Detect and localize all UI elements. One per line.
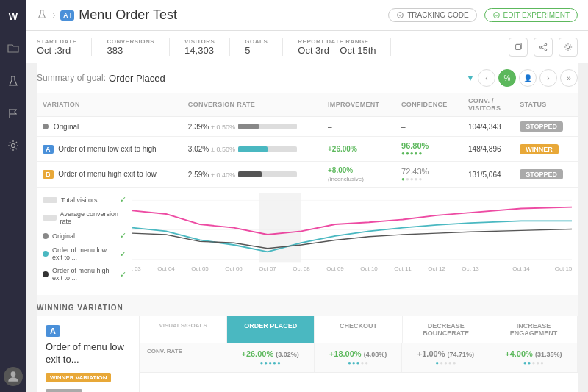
header-flask-icon: [37, 9, 47, 21]
logo-icon[interactable]: W: [3, 6, 24, 26]
svg-text:Oct 14: Oct 14: [512, 266, 530, 271]
avatar-icon[interactable]: [4, 367, 23, 386]
stats-actions: [509, 38, 578, 57]
flag-icon[interactable]: [3, 103, 24, 124]
improvement-cell: –: [322, 117, 395, 137]
svg-point-3: [493, 13, 499, 18]
visitors-goal-button[interactable]: 👤: [519, 69, 537, 87]
conv-visitors-cell: 104/4,343: [462, 117, 514, 137]
prev-goal-button[interactable]: ‹: [478, 69, 495, 87]
winning-content: A Order of menu low exit to... WINNER VA…: [37, 316, 578, 392]
table-row: B Order of menu high exit to low 2.59% ±…: [37, 162, 578, 188]
filter-icon[interactable]: ▼: [466, 73, 475, 83]
svg-point-7: [545, 49, 547, 51]
status-header: STATUS: [514, 93, 578, 117]
legend-dot-b: [43, 271, 49, 277]
goal-header-decrease-bounce[interactable]: DECREASE BOUNCERATE: [403, 316, 490, 343]
svg-rect-4: [516, 44, 521, 49]
improvement-header: IMPROVEMENT: [322, 93, 395, 117]
stopped-tag: STOPPED: [46, 389, 82, 392]
sidebar: W: [0, 0, 26, 392]
status-cell: WINNER: [514, 137, 578, 162]
conversions-stat: CONVERSIONS 383: [107, 38, 170, 56]
winning-name: Order of menu low exit to...: [46, 341, 130, 366]
goals-table: VISUALS/GOALS ORDER PLACED CHECKOUT DECR…: [140, 316, 578, 392]
header-right: TRACKING CODE EDIT EXPERIMENT: [388, 8, 578, 22]
folder-icon[interactable]: [3, 38, 24, 59]
improvement-cell: +26.00%: [322, 137, 395, 162]
legend-item-a: Order of menu low exit to ... ✓: [43, 246, 126, 261]
header-left: A I Menu Order Test: [37, 7, 177, 23]
gear-icon[interactable]: [3, 135, 24, 156]
experiment-title: Menu Order Test: [79, 7, 177, 23]
active-goal-button[interactable]: %: [498, 69, 516, 87]
legend-item-original: Original ✓: [43, 231, 126, 240]
conv-rate-cell: 2.39% ± 0.50%: [182, 117, 322, 137]
goal-header-increase-engage[interactable]: INCREASE ENGAGEMENT: [490, 316, 578, 343]
conv-rate-cell: 3.02% ± 0.50%: [182, 137, 322, 162]
next-goal-button[interactable]: ›: [539, 69, 557, 87]
report-range-stat: REPORT DATE RANGE Oct 3rd – Oct 15th: [298, 38, 391, 56]
settings-button[interactable]: [559, 38, 578, 57]
goals-header: VISUALS/GOALS ORDER PLACED CHECKOUT DECR…: [140, 316, 578, 343]
conv-rate-row-label: CONV. RATE: [140, 343, 226, 372]
svg-text:Oct 13: Oct 13: [462, 266, 479, 271]
chart-section: Total visitors ✓ Average conversion rate…: [37, 188, 578, 295]
goal-data-decrease-bounce: +1.00% (74.71%) ●●●●●: [402, 343, 490, 372]
svg-point-8: [567, 46, 569, 48]
conv-visitors-cell: 148/4,896: [462, 137, 514, 162]
copy-button[interactable]: [509, 38, 528, 57]
legend-check-total: ✓: [120, 195, 126, 204]
variation-badge-b: B: [43, 170, 54, 179]
confidence-header: CONFIDENCE: [395, 93, 462, 117]
legend-check-a: ✓: [120, 249, 126, 259]
tracking-code-button[interactable]: TRACKING CODE: [388, 8, 476, 22]
svg-text:Oct 12: Oct 12: [428, 266, 445, 271]
chart-svg: 3.0% 2.5% 2.0% Oct 03 Oct 04: [132, 193, 572, 276]
conv-visitors-header: CONV. /VISITORS: [462, 93, 514, 117]
status-cell: STOPPED: [514, 162, 578, 188]
legend-item-b: Order of menu high exit to ... ✓: [43, 267, 126, 282]
svg-text:Oct 11: Oct 11: [394, 266, 412, 271]
content-area: Summary of goal: Order Placed ▼ ‹ % 👤 › …: [26, 63, 588, 392]
confidence-cell: 96.80% ●●●●●: [395, 137, 462, 162]
goal-header-checkout[interactable]: CHECKOUT: [315, 316, 402, 343]
variation-name-cell: A Order of menu low exit to high: [37, 137, 182, 162]
edit-experiment-button[interactable]: EDIT EXPERIMENT: [484, 8, 578, 22]
goal-bar: Summary of goal: Order Placed ▼ ‹ % 👤 › …: [37, 63, 578, 93]
svg-text:Oct 05: Oct 05: [191, 266, 209, 271]
variation-badge-a: A: [43, 145, 54, 154]
flask-icon[interactable]: [3, 71, 24, 91]
goal-summary-label: Summary of goal: Order Placed: [37, 73, 165, 84]
share-button[interactable]: [534, 38, 553, 57]
goal-data-increase-engage: +4.00% (31.35%) ●●●●●: [490, 343, 578, 372]
legend-dot-original: [43, 233, 49, 239]
chart-legend: Total visitors ✓ Average conversion rate…: [37, 188, 132, 295]
table-row: Original 2.39% ± 0.50% – – 104/4,343 STO…: [37, 117, 578, 137]
goal-controls: ▼ ‹ % 👤 › »: [466, 69, 578, 87]
visitors-stat: VISITORS 14,303: [184, 38, 230, 56]
winning-badge: A: [46, 325, 60, 337]
svg-text:Oct 09: Oct 09: [326, 266, 344, 271]
variation-dot: [43, 124, 49, 129]
svg-point-6: [539, 46, 542, 48]
status-cell: STOPPED: [514, 117, 578, 137]
goal-header-visuals: VISUALS/GOALS: [140, 316, 227, 343]
goal-header-order-placed[interactable]: ORDER PLACED: [227, 316, 315, 343]
legend-check-original: ✓: [120, 231, 126, 240]
top-header: A I Menu Order Test TRACKING CODE EDIT E…: [26, 0, 588, 31]
conv-rate-header: CONVERSION RATE: [182, 93, 322, 117]
conv-rate-cell: 2.59% ± 0.40%: [182, 162, 322, 188]
svg-point-1: [11, 371, 16, 377]
confidence-cell: –: [395, 117, 462, 137]
last-goal-button[interactable]: »: [560, 69, 578, 87]
variation-name-cell: Original: [37, 117, 182, 137]
variation-header: VARIATION: [37, 93, 182, 117]
svg-text:Oct 08: Oct 08: [293, 266, 310, 271]
conv-visitors-cell: 131/5,064: [462, 162, 514, 188]
improvement-cell: +8.00% (inconclusive): [322, 162, 395, 188]
variation-name-cell: B Order of menu high exit to low: [37, 162, 182, 188]
legend-check-b: ✓: [120, 270, 126, 279]
legend-item-avg: Average conversion rate: [43, 210, 126, 225]
legend-color-total: [43, 197, 57, 203]
